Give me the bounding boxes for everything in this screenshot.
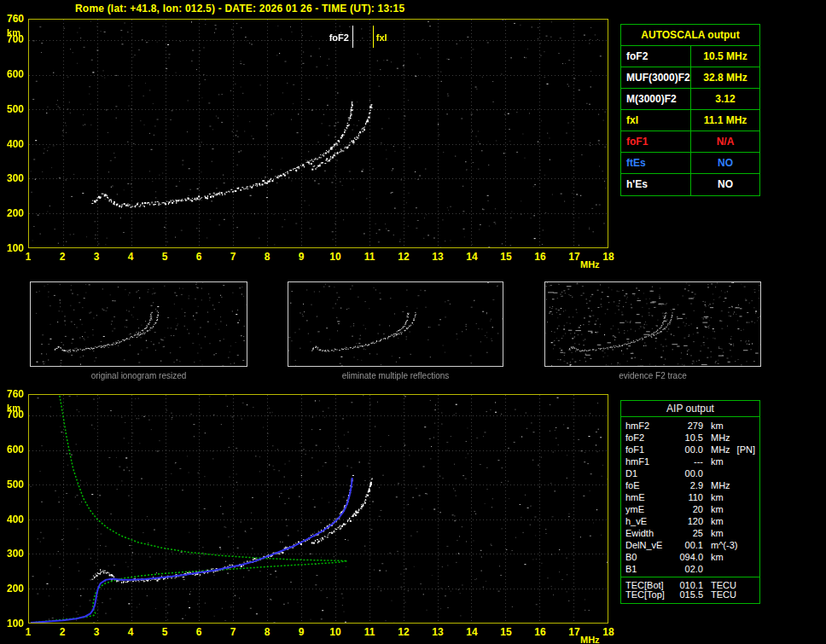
param-value: 11.1 MHz — [691, 110, 759, 131]
x-tick-label: 14 — [463, 252, 480, 263]
x-tick-label: 4 — [122, 627, 139, 638]
param-value: 10.5 — [674, 432, 703, 444]
station-title: Rome (lat: +41.8, lon: 012.5) - DATE: 20… — [75, 3, 404, 15]
x-tick-label: 18 — [600, 627, 617, 638]
x-tick-label: 16 — [532, 627, 549, 638]
y-tick-label: 600 — [0, 444, 24, 455]
x-tick-label: 6 — [190, 252, 207, 263]
fxi-marker-line — [373, 26, 374, 48]
thumbnail-panel-1 — [30, 281, 247, 367]
profile-canvas — [29, 395, 608, 623]
x-tick-label: 1 — [20, 627, 37, 638]
param-name: M(3000)F2 — [621, 89, 691, 109]
autoscala-row-fof1: foF1N/A — [621, 131, 759, 153]
param-value: 094.0 — [674, 551, 703, 563]
param-unit: MHz — [703, 479, 730, 491]
aip-output-header: AIP output — [621, 401, 759, 417]
autoscala-row-fxi: fxI11.1 MHz — [621, 110, 759, 131]
param-name: hmF2 — [621, 420, 674, 432]
x-tick-label: 15 — [497, 252, 515, 263]
thumbnail-caption-1: original ionogram resized — [30, 371, 247, 380]
x-tick-label: 12 — [395, 252, 412, 263]
param-name: foF1 — [621, 131, 691, 152]
param-value: 010.1 — [674, 579, 703, 589]
x-tick-label: 6 — [190, 627, 207, 638]
aip-row-foe: foE2.9MHz — [621, 479, 759, 491]
aip-row-tec-bot: TEC[Bot]010.1TECU — [621, 577, 759, 589]
x-tick-label: 14 — [463, 627, 480, 638]
aip-row-hmf1: hmF1---km — [621, 455, 759, 467]
thumbnail-panel-3 — [544, 281, 761, 367]
param-value: 32.8 MHz — [691, 67, 759, 88]
x-axis-unit-label: MHz — [580, 635, 600, 644]
param-name: B1 — [621, 563, 674, 575]
aip-row-h-ve: h_vE120km — [621, 515, 759, 527]
param-name: B0 — [621, 551, 674, 563]
autoscala-output-table: AUTOSCALA output foF210.5 MHzMUF(3000)F2… — [620, 24, 760, 196]
x-tick-label: 3 — [88, 627, 105, 638]
x-axis-unit-label: MHz — [580, 259, 600, 270]
param-value: 110 — [674, 491, 703, 503]
param-name: TEC[Top] — [621, 589, 674, 600]
param-name: h'Es — [621, 174, 691, 195]
param-value: 2.9 — [674, 479, 703, 491]
param-name: h_vE — [621, 515, 674, 527]
profile-plot — [28, 394, 608, 624]
autoscala-output-rows: foF210.5 MHzMUF(3000)F232.8 MHzM(3000)F2… — [621, 46, 759, 195]
param-value: --- — [674, 455, 703, 467]
y-tick-label: 300 — [0, 548, 24, 560]
x-tick-label: 13 — [429, 627, 446, 638]
y-tick-label: 400 — [0, 139, 24, 150]
fof2-marker-label: foF2 — [317, 32, 349, 43]
aip-row-b0: B0094.0km — [621, 551, 759, 563]
param-value: 00.0 — [674, 444, 703, 455]
x-tick-label: 8 — [259, 627, 276, 638]
param-name: ymE — [621, 503, 674, 515]
y-tick-label: 200 — [0, 208, 24, 219]
fxi-marker-label: fxI — [376, 32, 387, 43]
param-unit: km — [703, 515, 724, 527]
y-tick-label: 500 — [0, 479, 24, 490]
aip-row-deln-ve: DelN_vE00.1m^(-3) — [621, 539, 759, 551]
aip-row-yme: ymE20km — [621, 503, 759, 515]
autoscala-window: Rome (lat: +41.8, lon: 012.5) - DATE: 20… — [0, 0, 826, 644]
y-tick-label: 200 — [0, 583, 24, 595]
thumbnail-panel-2 — [288, 281, 503, 367]
thumbnail-canvas-1 — [31, 282, 247, 366]
autoscala-output-header: AUTOSCALA output — [621, 25, 759, 46]
thumbnail-canvas-2 — [288, 282, 503, 366]
x-tick-label: 2 — [54, 627, 71, 638]
param-name: foF2 — [621, 432, 674, 444]
param-name: D1 — [621, 467, 674, 479]
param-unit: TECU — [703, 589, 736, 600]
y-tick-label: 500 — [0, 104, 24, 115]
param-value: N/A — [691, 131, 759, 152]
param-value: 20 — [674, 503, 703, 515]
param-unit: km — [703, 527, 724, 539]
x-tick-label: 7 — [224, 627, 241, 638]
x-tick-label: 11 — [361, 627, 378, 638]
param-unit: MHz — [703, 444, 730, 455]
param-unit: km — [703, 491, 724, 503]
param-unit — [703, 563, 711, 575]
ionogram-canvas — [29, 20, 608, 247]
aip-output-table: AIP output hmF2279kmfoF210.5MHzfoF100.0M… — [620, 400, 760, 604]
param-value: NO — [691, 174, 759, 195]
x-tick-label: 3 — [88, 252, 105, 263]
aip-row-d1: D100.0 — [621, 467, 759, 479]
thumbnail-canvas-3 — [545, 282, 760, 366]
param-unit — [703, 467, 711, 479]
param-value: NO — [691, 153, 759, 173]
x-tick-label: 4 — [122, 252, 139, 263]
autoscala-row-h-es: h'EsNO — [621, 174, 759, 195]
param-name: DelN_vE — [621, 539, 674, 551]
y-axis-unit-label: km — [0, 27, 20, 38]
param-unit: km — [703, 551, 724, 563]
x-tick-label: 18 — [600, 252, 617, 263]
param-value: 120 — [674, 515, 703, 527]
param-note: [PN] — [730, 444, 755, 455]
aip-row-b1: B102.0 — [621, 563, 759, 575]
param-name: Ewidth — [621, 527, 674, 539]
param-name: ftEs — [621, 153, 691, 173]
y-tick-label: 760 — [0, 14, 24, 25]
